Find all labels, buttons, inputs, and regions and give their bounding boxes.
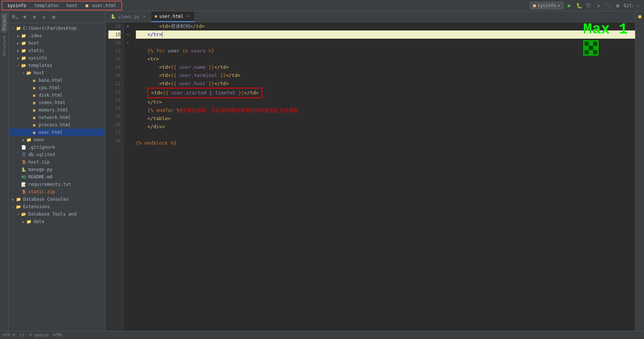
tree-item-manage-py[interactable]: ▶ 🐍 manage.py — [9, 166, 105, 173]
tree-item-disk-html[interactable]: ▶ ▣ disk.html — [9, 91, 105, 99]
tree-item-sysinfo[interactable]: ▶ 📁 sysinfo — [9, 54, 105, 62]
run-button[interactable]: ▶ — [566, 2, 573, 9]
tree-item-label: disk.html — [39, 93, 63, 98]
db-icon: 🗄 — [21, 152, 27, 158]
txt-icon: 📝 — [21, 181, 27, 187]
tree-item-host-sub[interactable]: ▾ 📂 host — [9, 69, 105, 77]
line-numbers: 14 15 16 17 18 19 20 21 22 23 24 25 26 2… — [105, 22, 124, 331]
line-num-14: 14 — [108, 22, 121, 30]
top-tab-host[interactable]: host — [63, 2, 81, 9]
html-file-icon: ▣ — [31, 85, 37, 91]
tree-item-static-zip[interactable]: ▶ 🗜 static.zip — [9, 188, 105, 196]
editor-tabs: 🐍 views.py × ▣ user.html × — [105, 11, 635, 22]
tree-item-db[interactable]: ▶ 🗄 db.sqlite3 — [9, 151, 105, 158]
stop-button[interactable]: ⬛ — [604, 2, 612, 9]
code-line-25: </table> — [136, 114, 635, 123]
code-line-19: <td>{{ user.name }}</td> — [136, 63, 635, 71]
line-num-27: 27 — [108, 129, 121, 137]
top-tab-user-html[interactable]: ■ user.html — [82, 2, 120, 9]
line-num-18: 18 — [108, 55, 121, 63]
tree-item-db-consoles[interactable]: ▶ 📁 Database Consoles — [9, 196, 105, 203]
tree-item-base-html[interactable]: ▶ ▣ base.html — [9, 77, 105, 84]
root-label: C:\Users\Fan\Desktop — [23, 26, 77, 31]
sidebar-settings-icon[interactable]: ⚙ — [50, 13, 58, 21]
coverage-button[interactable]: 🛡 — [585, 2, 592, 9]
fold-24[interactable]: ⊖ — [124, 39, 131, 47]
code-line-27 — [136, 131, 635, 139]
vtab-structure[interactable]: Structure — [1, 33, 7, 58]
tree-item-label: README.md — [28, 174, 52, 180]
vtab-project[interactable]: Project — [1, 13, 7, 33]
folder-icon: 📁 — [16, 25, 22, 31]
html-file-icon: ▣ — [31, 92, 37, 98]
tree-item-requirements[interactable]: ▶ 📝 requirements.txt — [9, 181, 105, 188]
tree-item-memory-html[interactable]: ▶ ▣ memory.html — [9, 106, 105, 114]
line-num-21: 21 — [108, 80, 121, 88]
tree-item-label: manage.py — [28, 167, 52, 172]
tree-item-extensions[interactable]: ▾ 📂 Extensions — [9, 203, 105, 210]
sidebar-list-icon[interactable]: ≡ — [30, 13, 39, 21]
editor-area: 🐍 views.py × ▣ user.html × 14 15 16 17 1… — [105, 11, 635, 331]
editor-tab-views-py[interactable]: 🐍 views.py × — [107, 12, 151, 22]
code-editor[interactable]: 14 15 16 17 18 19 20 21 22 23 24 25 26 2… — [105, 22, 635, 331]
code-line-26: </div> — [136, 123, 635, 131]
main-area: Project Structure P… ⊕ ≡ ↕ ⚙ ▾ 📁 C:\User… — [0, 11, 644, 331]
tree-item-templates[interactable]: ▾ 📂 templates — [9, 62, 105, 69]
tree-item-gitignore[interactable]: ▶ 📄 .gitignore — [9, 143, 105, 151]
sidebar-toolbar: P… ⊕ ≡ ↕ ⚙ — [9, 11, 105, 23]
tree-item-host-zip[interactable]: ▶ 🗜 host.zip — [9, 158, 105, 166]
tree-item-label: db.sqlite3 — [28, 152, 55, 157]
tree-item-cpu-html[interactable]: ▶ ▣ cpu.html — [9, 84, 105, 91]
py-icon: 🐍 — [21, 167, 27, 172]
tree-item-process-html[interactable]: ▶ ▣ process.html — [9, 121, 105, 129]
tree-item-label: user.html — [39, 130, 63, 135]
vtab-favorites[interactable]: ⭐ — [637, 13, 643, 22]
tree-item-index-html[interactable]: ▶ ▣ index.html — [9, 99, 105, 106]
tree-item-label: Extensions — [23, 204, 50, 209]
tree-item-data[interactable]: ▶ 📁 data — [9, 218, 105, 225]
sidebar-sort-icon[interactable]: ↕ — [40, 13, 48, 21]
branch-selector[interactable]: ■ sysinfo ▾ — [530, 2, 563, 9]
tree-item-host[interactable]: ▶ 📁 host — [9, 39, 105, 47]
top-tab-sysinfo[interactable]: sysinfo — [4, 2, 30, 9]
tree-item-label: cpu.html — [39, 85, 60, 90]
code-line-14: <td>登录时间</td> — [136, 22, 635, 30]
code-content[interactable]: <td>登录时间</td> </tr> {% for user in users… — [131, 22, 635, 331]
tree-item-idea[interactable]: ▶ 📁 .idea — [9, 32, 105, 39]
right-vtabs: ⭐ — [635, 11, 644, 331]
debug-button[interactable]: 🐛 — [575, 2, 583, 9]
tree-item-user-html[interactable]: ▶ ▣ user.html — [9, 129, 105, 136]
top-toolbar-right: ■ sysinfo ▾ ▶ 🐛 🛡 ↗ ⬛ ⚙ Git: ✓ — [530, 2, 643, 9]
top-tab-bar: sysinfo templates host ■ user.html ■ sys… — [0, 0, 644, 11]
extra-button[interactable]: ⚙ — [614, 2, 621, 9]
tree-item-label: .gitignore — [28, 145, 55, 150]
tree-item-network-html[interactable]: ▶ ▣ network.html — [9, 114, 105, 121]
py-tab-icon: 🐍 — [111, 14, 116, 19]
html-file-icon: ■ — [86, 3, 88, 8]
tree-item-label: base.html — [39, 78, 63, 83]
sidebar-add-icon[interactable]: ⊕ — [21, 13, 29, 21]
editor-tab-user-html[interactable]: ▣ user.html × — [151, 12, 195, 22]
line-num-24: 24 — [108, 104, 121, 112]
tree-item-readme[interactable]: ▶ MD README.md — [9, 173, 105, 181]
tab-close-views[interactable]: × — [142, 14, 147, 19]
code-line-18: <tr> — [136, 55, 635, 63]
fold-15[interactable]: ⊖ — [124, 22, 131, 30]
tree-item-static[interactable]: ▶ 📁 static — [9, 47, 105, 54]
top-tab-templates[interactable]: templates — [31, 2, 62, 9]
tree-item-venv[interactable]: ▶ 📁 venv — [9, 136, 105, 143]
line-num-25: 25 — [108, 112, 121, 120]
html-file-icon: ▣ — [31, 129, 37, 135]
sidebar-p-button[interactable]: P… — [11, 13, 19, 21]
line-num-16: 16 — [108, 39, 121, 47]
tree-root[interactable]: ▾ 📁 C:\Users\Fan\Desktop — [9, 25, 105, 32]
tab-label-active: user.html — [159, 14, 183, 19]
tab-close-user[interactable]: × — [186, 14, 191, 19]
code-line-20: <td>{{ user.terminal }}</td> — [136, 71, 635, 80]
html-tab-icon: ▣ — [155, 14, 157, 19]
line-num-26: 26 — [108, 120, 121, 129]
tree-item-label: static.zip — [28, 189, 55, 194]
more-run-options[interactable]: ↗ — [595, 2, 602, 9]
fold-17[interactable]: ⊖ — [124, 30, 131, 39]
tree-item-db-tools[interactable]: ▾ 📂 Database Tools and — [9, 210, 105, 218]
